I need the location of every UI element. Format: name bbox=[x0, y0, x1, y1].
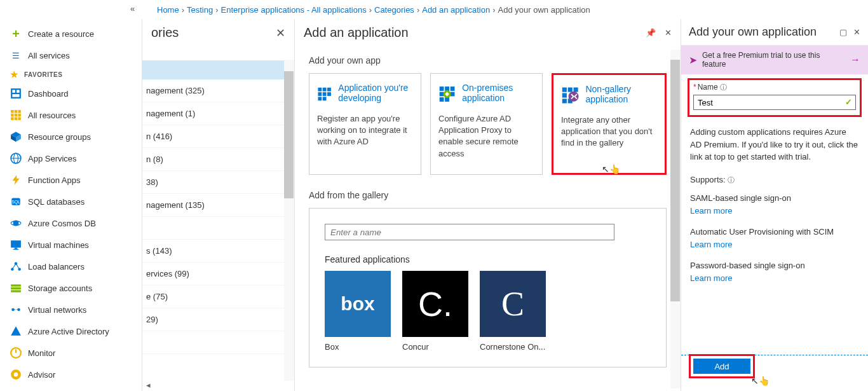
svg-rect-9 bbox=[18, 114, 21, 117]
svg-rect-22 bbox=[13, 249, 19, 250]
svg-rect-6 bbox=[18, 110, 21, 113]
svg-rect-7 bbox=[11, 114, 14, 117]
svg-rect-58 bbox=[562, 99, 567, 103]
sidebar-item-cosmos-db[interactable]: Azure Cosmos DB bbox=[0, 212, 142, 234]
tile-cornerstone[interactable]: C Cornerstone On... bbox=[480, 271, 546, 352]
advisor-icon bbox=[10, 369, 22, 380]
sidebar-item-monitor[interactable]: Monitor bbox=[0, 342, 142, 364]
svg-rect-20 bbox=[11, 240, 21, 247]
category-row[interactable]: nagement (135) bbox=[142, 194, 294, 217]
onprem-icon bbox=[438, 83, 456, 106]
create-resource-button[interactable]: + Create a resource bbox=[0, 23, 142, 45]
sidebar-item-storage-accounts[interactable]: Storage accounts bbox=[0, 277, 142, 299]
name-input[interactable] bbox=[693, 95, 856, 110]
all-services-button[interactable]: ☰ All services bbox=[0, 45, 142, 66]
rocket-icon: ➤ bbox=[689, 54, 697, 66]
close-app-panel-icon[interactable]: ✕ bbox=[665, 28, 672, 38]
all-services-label: All services bbox=[28, 51, 70, 60]
aad-icon bbox=[10, 326, 22, 337]
category-row[interactable]: 38) bbox=[142, 171, 294, 194]
category-row[interactable]: nagement (1) bbox=[142, 102, 294, 125]
tile-box[interactable]: box Box bbox=[325, 271, 391, 352]
close-categories-icon[interactable]: ✕ bbox=[276, 26, 285, 40]
close-own-panel-icon[interactable]: ✕ bbox=[853, 27, 860, 37]
maximize-icon[interactable]: ▢ bbox=[839, 27, 847, 37]
svg-rect-43 bbox=[327, 92, 331, 96]
category-row[interactable]: n (416) bbox=[142, 125, 294, 148]
lb-icon bbox=[10, 261, 22, 272]
add-button-highlight: Add bbox=[689, 354, 755, 378]
category-row[interactable] bbox=[142, 331, 294, 354]
category-row[interactable]: n (8) bbox=[142, 148, 294, 171]
svg-rect-57 bbox=[562, 93, 567, 97]
sidebar-item-load-balancers[interactable]: Load balancers bbox=[0, 256, 142, 277]
sidebar-item-function-apps[interactable]: Function Apps bbox=[0, 169, 142, 191]
app-dev-icon bbox=[317, 83, 332, 106]
svg-rect-45 bbox=[323, 97, 327, 100]
grid-icon bbox=[10, 109, 22, 121]
sidebar-item-aad[interactable]: Azure Active Directory bbox=[0, 320, 142, 342]
sidebar-item-virtual-networks[interactable]: Virtual networks bbox=[0, 299, 142, 320]
svg-rect-50 bbox=[451, 92, 455, 97]
learn-more-scim[interactable]: Learn more bbox=[690, 238, 859, 251]
sidebar-item-advisor[interactable]: Advisor bbox=[0, 364, 142, 385]
category-row[interactable]: 29) bbox=[142, 308, 294, 331]
sql-icon: SQL bbox=[10, 196, 22, 207]
info-icon[interactable]: ⓘ bbox=[720, 83, 727, 91]
crumb-testing[interactable]: Testing bbox=[187, 5, 213, 15]
svg-rect-8 bbox=[15, 114, 18, 117]
svg-rect-21 bbox=[15, 248, 18, 249]
svg-rect-12 bbox=[18, 117, 21, 120]
learn-more-password[interactable]: Learn more bbox=[690, 272, 859, 285]
premium-trial-banner[interactable]: ➤ Get a free Premium trial to use this f… bbox=[681, 45, 868, 74]
app-panel-scrollbar[interactable] bbox=[670, 50, 681, 388]
svg-rect-38 bbox=[318, 88, 322, 92]
sidebar-item-sql-databases[interactable]: SQLSQL databases bbox=[0, 191, 142, 212]
svg-rect-39 bbox=[323, 88, 327, 92]
support-password: Password-based single sign-on Learn more bbox=[690, 259, 859, 284]
crumb-current: Add your own application bbox=[498, 5, 590, 15]
categories-scrollbar[interactable] bbox=[284, 60, 294, 381]
storage-icon bbox=[10, 282, 22, 294]
svg-rect-40 bbox=[327, 88, 331, 92]
sidebar-item-app-services[interactable]: App Services bbox=[0, 147, 142, 169]
category-selected-row[interactable] bbox=[142, 60, 294, 79]
featured-heading: Featured applications bbox=[325, 254, 651, 264]
category-row[interactable]: e (75) bbox=[142, 285, 294, 308]
sidebar-item-security-center[interactable]: Security Center bbox=[0, 385, 142, 391]
categories-panel: ories ✕ nagement (325) nagement (1) n (4… bbox=[142, 19, 295, 391]
sidebar-item-virtual-machines[interactable]: Virtual machines bbox=[0, 234, 142, 256]
add-button[interactable]: Add bbox=[693, 359, 750, 374]
svg-line-26 bbox=[12, 264, 16, 270]
svg-rect-51 bbox=[440, 97, 444, 102]
svg-rect-10 bbox=[11, 117, 14, 120]
vm-icon bbox=[10, 239, 22, 250]
svg-rect-55 bbox=[568, 88, 573, 92]
card-on-premises[interactable]: On-premises application Configure Azure … bbox=[430, 73, 543, 175]
sidebar-item-resource-groups[interactable]: Resource groups bbox=[0, 126, 142, 147]
crumb-add-app[interactable]: Add an application bbox=[422, 5, 490, 15]
crumb-home[interactable]: Home bbox=[157, 5, 179, 15]
pin-icon[interactable]: 📌 bbox=[646, 28, 656, 38]
svg-rect-42 bbox=[323, 92, 327, 96]
tile-concur[interactable]: C. Concur bbox=[402, 271, 468, 352]
sidebar-item-all-resources[interactable]: All resources bbox=[0, 104, 142, 126]
crumb-categories[interactable]: Categories bbox=[374, 5, 414, 15]
svg-rect-49 bbox=[440, 92, 444, 97]
scroll-left-icon[interactable]: ◂ bbox=[146, 380, 151, 390]
sidebar-item-dashboard[interactable]: Dashboard bbox=[0, 83, 142, 104]
category-row[interactable]: ervices (99) bbox=[142, 263, 294, 285]
collapse-sidebar-icon[interactable]: « bbox=[130, 4, 135, 13]
card-non-gallery[interactable]: Non-gallery application Integrate any ot… bbox=[552, 73, 667, 175]
svg-rect-56 bbox=[574, 88, 578, 92]
category-row[interactable] bbox=[142, 217, 294, 240]
card-app-developing[interactable]: Application you're developing Register a… bbox=[309, 73, 421, 175]
category-row[interactable]: nagement (325) bbox=[142, 79, 294, 102]
svg-rect-48 bbox=[451, 86, 455, 91]
info-icon[interactable]: ⓘ bbox=[728, 176, 735, 184]
crumb-enterprise[interactable]: Enterprise applications - All applicatio… bbox=[221, 5, 367, 15]
learn-more-saml[interactable]: Learn more bbox=[690, 205, 859, 217]
category-row[interactable]: s (143) bbox=[142, 240, 294, 263]
bolt-icon bbox=[10, 174, 22, 186]
gallery-search-input[interactable] bbox=[325, 224, 614, 240]
